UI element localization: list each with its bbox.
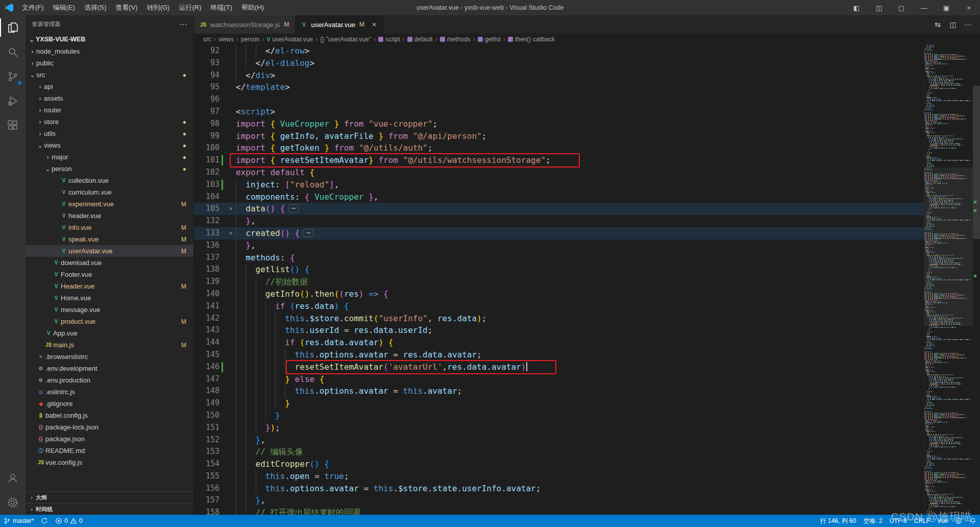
breadcrumb-item-getlist[interactable]: getlist (478, 36, 501, 43)
menu-R[interactable]: 运行(R) (174, 0, 206, 15)
minimap[interactable] (924, 45, 973, 515)
tree-item-package-lock.json[interactable]: {}package-lock.json (26, 421, 193, 433)
menu-S[interactable]: 选择(S) (80, 0, 111, 15)
tree-item-message.vue[interactable]: Vmessage.vue (26, 304, 193, 316)
tree-item-download.vue[interactable]: Vdownload.vue (26, 257, 193, 269)
code-line-95[interactable]: 95</template> (194, 81, 924, 93)
split-editor-icon[interactable]: ◫ (946, 18, 960, 31)
code-line-103[interactable]: 103 inject: ["reload"], (194, 179, 924, 191)
tree-item-major[interactable]: ›major● (26, 151, 193, 163)
tree-item-Home.vue[interactable]: VHome.vue (26, 292, 193, 304)
fold-collapsed-icon[interactable]: › (226, 227, 236, 239)
code-line-97[interactable]: 97<script> (194, 106, 924, 118)
code-line-96[interactable]: 96 (194, 93, 924, 106)
close-icon[interactable]: × (370, 20, 379, 29)
code-line-102[interactable]: 102export default { (194, 166, 924, 179)
breadcrumb-item-methods[interactable]: methods (440, 36, 471, 43)
code-line-146[interactable]: 146 resetSetItemAvatar('avatarUrl',res.d… (194, 361, 924, 373)
code-line-154[interactable]: 154 editCropper() { (194, 458, 924, 470)
menu-G[interactable]: 转到(G) (142, 0, 175, 15)
code-line-138[interactable]: 138 getlist() { (194, 264, 924, 276)
tree-item-curriculum.vue[interactable]: Vcurriculum.vue (26, 186, 193, 198)
tree-item-App.vue[interactable]: VApp.vue (26, 327, 193, 339)
code-line-137[interactable]: 137 methods: { (194, 252, 924, 264)
code-line-105[interactable]: 105› data() {⋯ (194, 203, 924, 215)
status-indentation[interactable]: 空格: 2 (860, 515, 886, 527)
more-actions-icon[interactable]: ⋯ (180, 20, 187, 29)
code-line-99[interactable]: 99import { getInfo, avatarFile } from "@… (194, 130, 924, 142)
vertical-scrollbar[interactable] (973, 45, 980, 515)
status-notifications[interactable] (966, 515, 980, 527)
tree-item-userAvatar.vue[interactable]: VuserAvatar.vueM (26, 245, 193, 257)
code-line-94[interactable]: 94 </div> (194, 69, 924, 82)
menu-V[interactable]: 查看(V) (111, 0, 142, 15)
breadcrumb-item-userAvatar.vue[interactable]: VuserAvatar.vue (267, 36, 313, 43)
code-line-139[interactable]: 139 //初始数据 (194, 276, 924, 288)
tree-item-utils[interactable]: ›utils● (26, 128, 193, 139)
timeline-section[interactable]: › 时间线 (26, 503, 193, 515)
restore-icon[interactable]: ▣ (935, 0, 958, 15)
breadcrumb-item-userAvatar.vue[interactable]: {} "userAvatar.vue" (320, 36, 371, 43)
code-line-148[interactable]: 148 this.options.avatar = this.avatar; (194, 385, 924, 397)
tree-item-babel.config.js[interactable]: βbabel.config.js (26, 410, 193, 421)
tree-item-api[interactable]: ›api (26, 81, 193, 92)
code-line-147[interactable]: 147 } else { (194, 373, 924, 386)
tree-item-Header.vue[interactable]: VHeader.vueM (26, 280, 193, 292)
status-eol[interactable]: CRLF (911, 515, 934, 527)
activity-explorer-icon[interactable] (0, 15, 26, 40)
code-line-143[interactable]: 143 this.userId = res.data.userId; (194, 324, 924, 337)
status-language-mode[interactable]: Vue (934, 515, 951, 527)
code-line-133[interactable]: 133› created() {⋯ (194, 227, 924, 239)
compare-icon[interactable]: ⇆ (931, 18, 944, 31)
code-line-152[interactable]: 152 }, (194, 434, 924, 446)
minimap-viewport[interactable] (924, 167, 973, 326)
breadcrumb-item-thencallback[interactable]: then() callback (508, 36, 555, 43)
tree-item-info.vue[interactable]: Vinfo.vueM (26, 222, 193, 233)
tree-item-vue.config.js[interactable]: JSvue.config.js (26, 457, 193, 468)
status-git-branch[interactable]: master* (0, 515, 37, 527)
code-line-157[interactable]: 157 }, (194, 494, 924, 507)
tree-item-.browserslistrc[interactable]: ≡.browserslistrc (26, 351, 193, 363)
activity-extensions-icon[interactable] (0, 113, 26, 138)
code-line-92[interactable]: 92 </el-row> (194, 45, 924, 57)
tree-item-node_modules[interactable]: ›node_modules (26, 45, 193, 57)
tree-item-Footer.vue[interactable]: VFooter.vue (26, 269, 193, 280)
tree-item-package.json[interactable]: {}package.json (26, 433, 193, 445)
scrollbar-thumb[interactable] (973, 86, 980, 239)
toggle-panel-icon[interactable]: ◫ (868, 0, 890, 15)
status-encoding[interactable]: UTF-8 (886, 515, 911, 527)
tree-item-person[interactable]: ⌄person● (26, 163, 193, 175)
activity-run-debug-icon[interactable] (0, 89, 26, 113)
tree-item-.env.production[interactable]: ⚙.env.production (26, 374, 193, 386)
tree-item-views[interactable]: ⌄views● (26, 139, 193, 151)
toggle-sidebar-icon[interactable]: ◧ (845, 0, 868, 15)
folded-code-ellipsis[interactable]: ⋯ (303, 229, 313, 237)
menu-E[interactable]: 编辑(E) (48, 0, 80, 15)
tree-item-.env.development[interactable]: ⚙.env.development (26, 363, 193, 374)
breadcrumb-item-default[interactable]: default (407, 36, 433, 43)
breadcrumb-item-src[interactable]: src (203, 36, 211, 43)
tree-item-product.vue[interactable]: Vproduct.vueM (26, 316, 193, 327)
status-feedback[interactable] (951, 515, 966, 527)
activity-settings-icon[interactable] (0, 490, 26, 515)
tree-item-.gitignore[interactable]: ◆.gitignore (26, 398, 193, 410)
tree-item-README.md[interactable]: ⓘREADME.md (26, 445, 193, 457)
menu-T[interactable]: 终端(T) (206, 0, 237, 15)
tree-item-router[interactable]: ›router (26, 104, 193, 116)
code-line-151[interactable]: 151 }); (194, 422, 924, 434)
tree-item-assets[interactable]: ›assets (26, 92, 193, 104)
code-line-144[interactable]: 144 if (res.data.avatar) { (194, 337, 924, 349)
tab-watchsessionStorage.js[interactable]: JSwatchsessionStorage.jsM (194, 15, 295, 34)
tree-item-speak.vue[interactable]: Vspeak.vueM (26, 233, 193, 245)
code-line-149[interactable]: 149 } (194, 397, 924, 410)
tree-item-experiment.vue[interactable]: Vexperiment.vueM (26, 198, 193, 210)
menu-F[interactable]: 文件(F) (17, 0, 48, 15)
tree-item-collection.vue[interactable]: Vcollection.vue (26, 175, 193, 186)
code-line-156[interactable]: 156 this.options.avatar = this.$store.st… (194, 483, 924, 495)
code-line-142[interactable]: 142 this.$store.commit("userInfo", res.d… (194, 313, 924, 325)
code-line-93[interactable]: 93 </el-dialog> (194, 57, 924, 69)
code-line-136[interactable]: 136 }, (194, 239, 924, 252)
code-line-158[interactable]: 158 // 打开弹出层结束时的回调 (194, 507, 924, 515)
code-line-100[interactable]: 100import { getToken } from "@/utils/aut… (194, 142, 924, 154)
code-line-141[interactable]: 141 if (res.data) { (194, 300, 924, 313)
